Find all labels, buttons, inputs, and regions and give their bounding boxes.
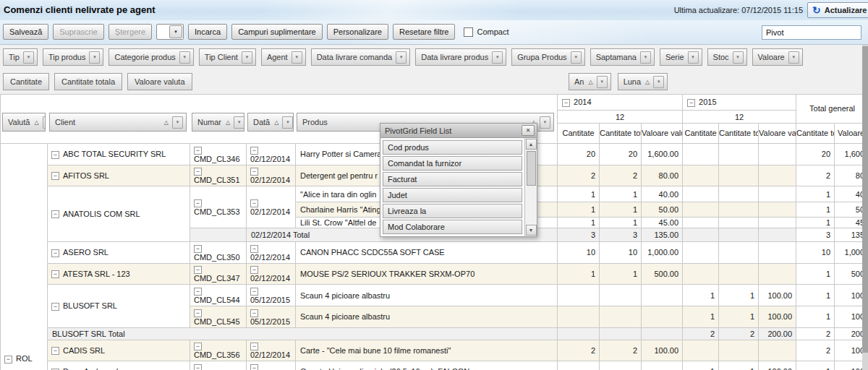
field-list-item-judet[interactable]: Judet [383,188,522,202]
order-cell[interactable]: −CMD_CL351 [190,165,247,186]
collapse-icon[interactable]: − [194,266,202,274]
date-cell[interactable]: −05/12/2015 [247,285,296,306]
combobox-dropdown-icon[interactable]: ▼ [169,25,182,38]
filter-dropdown-icon[interactable]: ▼ [733,51,744,64]
column-field-luna[interactable]: Luna△▼ [618,73,668,90]
field-list-scrollbar[interactable]: ▲ ▼ [524,138,537,236]
refresh-button[interactable]: ↻ Actualizare [807,2,868,18]
collapse-icon[interactable]: − [194,147,202,155]
collapse-icon[interactable]: − [687,99,695,107]
collapse-icon[interactable]: − [4,356,12,363]
filter-field-categorie-produs[interactable]: Categorie produs▼ [109,48,193,66]
filter-dropdown-icon[interactable]: ▼ [242,51,252,64]
pivot-name-input[interactable] [762,25,861,40]
order-cell[interactable]: −CMD_CL545 [190,306,247,327]
saved-layout-combobox[interactable]: ▼ [156,24,184,40]
row-field-client[interactable]: Client△▼ [49,113,187,132]
collapse-icon[interactable]: − [562,99,570,107]
filter-field-agent[interactable]: Agent▼ [261,48,306,66]
collapse-icon[interactable]: − [194,245,202,253]
field-list-item-livreaza-la[interactable]: Livreaza la [383,204,522,218]
column-group-2014[interactable]: −2014 [558,95,683,111]
client-cell[interactable]: −CADIS SRL [48,340,190,361]
field-list-item-comandat-la-furnizor[interactable]: Comandat la furnizor [383,156,522,171]
scroll-down-icon[interactable]: ▼ [526,225,537,236]
collapse-icon[interactable]: − [250,147,258,155]
order-cell[interactable]: −CMD_CL347 [190,263,247,285]
collapse-icon[interactable]: − [51,303,59,311]
field-list-titlebar[interactable]: PivotGrid Field List ✕ [380,124,537,138]
date-cell[interactable]: −02/12/2014 [247,263,296,285]
collapse-icon[interactable]: − [51,151,59,159]
collapse-icon[interactable]: − [194,288,202,296]
data-field-cantitate-totala[interactable]: Cantitate totala [54,73,122,90]
field-list-item-facturat[interactable]: Facturat [383,172,522,186]
collapse-icon[interactable]: − [194,343,202,350]
row-field-numar[interactable]: Numar△▼ [192,113,244,132]
filter-dropdown-icon[interactable]: ▼ [571,51,582,64]
collapse-icon[interactable]: − [250,309,258,317]
filter-dropdown-icon[interactable]: ▼ [540,116,550,129]
client-cell[interactable]: −ATESTA SRL - 123 [48,263,190,285]
order-cell[interactable]: −CMD_CL539 [190,361,247,370]
column-field-an[interactable]: An△▼ [569,73,611,90]
collapse-icon[interactable]: − [194,168,202,176]
compact-checkbox[interactable] [464,27,473,37]
collapse-icon[interactable]: − [51,210,59,218]
collapse-icon[interactable]: − [51,249,59,257]
filter-field-tip[interactable]: Tip▼ [3,48,38,66]
collapse-icon[interactable]: − [194,309,202,317]
filter-dropdown-icon[interactable]: ▼ [597,76,608,88]
field-list-item-cod-produs[interactable]: Cod produs [383,140,522,155]
filter-field-valoare[interactable]: Valoare▼ [752,48,803,66]
client-cell[interactable]: −AFITOS SRL [48,165,190,186]
filter-field-stoc[interactable]: Stoc▼ [707,48,747,66]
filter-dropdown-icon[interactable]: ▼ [492,51,503,64]
filter-dropdown-icon[interactable]: ▼ [282,116,293,129]
filter-dropdown-icon[interactable]: ▼ [292,51,302,64]
filter-dropdown-icon[interactable]: ▼ [640,51,651,64]
filter-field-data-livrare-comanda[interactable]: Data livrare comanda▼ [311,48,411,66]
date-cell[interactable]: −02/12/2015 [247,361,296,370]
personalize-button[interactable]: Personalizare [327,24,388,40]
date-cell[interactable]: −02/12/2014 [247,165,296,186]
client-cell[interactable]: −Dana Andreea Ion. [48,361,190,370]
delete-button[interactable]: Ștergere [109,24,152,40]
filter-dropdown-icon[interactable]: ▼ [89,51,100,64]
filter-dropdown-icon[interactable]: ▼ [788,51,799,64]
scrollbar-thumb[interactable] [862,46,868,353]
collapse-icon[interactable]: − [51,270,59,278]
filter-field-data-livrare-produs[interactable]: Data livrare produs▼ [415,48,506,66]
client-cell[interactable]: −BLUSOFT SRL [48,285,190,327]
collapse-icon[interactable]: − [250,288,258,296]
order-cell[interactable]: −CMD_CL356 [190,340,247,361]
filter-dropdown-icon[interactable]: ▼ [396,51,407,64]
collapse-icon[interactable]: − [194,364,202,370]
collapse-icon[interactable]: − [250,199,258,207]
extra-fields-button[interactable]: Campuri suplimentare [231,24,323,40]
data-field-valoare-valuta[interactable]: Valoare valuta [127,73,192,90]
filter-dropdown-icon[interactable]: ▼ [653,76,664,88]
filter-field-serie[interactable]: Serie▼ [660,48,702,66]
date-cell[interactable]: −02/12/2014 [247,242,296,264]
filter-dropdown-icon[interactable]: ▼ [179,51,190,64]
filter-field-grupa-produs[interactable]: Grupa Produs▼ [511,48,584,66]
filter-dropdown-icon[interactable]: ▼ [172,116,183,129]
collapse-icon[interactable]: − [250,168,258,176]
filter-dropdown-icon[interactable]: ▼ [43,116,46,129]
collapse-icon[interactable]: − [250,343,258,350]
overwrite-button[interactable]: Suprascrie [53,24,104,40]
client-cell[interactable]: −ANATOLIS COM SRL [48,186,190,242]
order-cell[interactable]: −CMD_CL544 [190,285,247,306]
date-cell[interactable]: −02/12/2014 [247,144,296,165]
load-button[interactable]: Incarca [188,24,227,40]
filter-field-tip-produs[interactable]: Tip produs▼ [43,48,104,66]
filter-dropdown-icon[interactable]: ▼ [688,51,699,64]
filter-field-tip-client[interactable]: Tip Client▼ [199,48,256,66]
scroll-up-icon[interactable]: ▲ [526,139,537,150]
collapse-icon[interactable]: − [51,347,59,355]
date-cell[interactable]: −02/12/2014 [247,340,296,361]
save-button[interactable]: Salvează [3,24,48,40]
order-cell[interactable]: −CMD_CL346 [190,144,247,165]
collapse-icon[interactable]: − [250,245,258,253]
